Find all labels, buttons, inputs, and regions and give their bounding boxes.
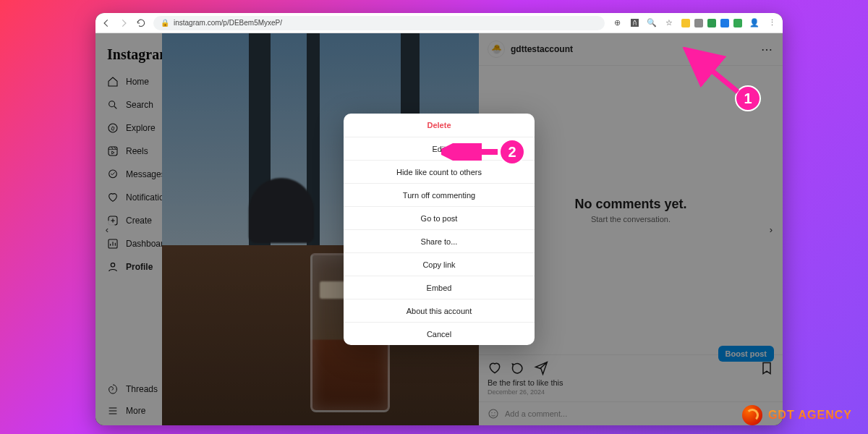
annotation-arrow-2: 2 [441, 139, 542, 165]
menu-item-copy-link[interactable]: Copy link [344, 252, 535, 276]
browser-toolbar: 🔒 instagram.com/p/DEBem5MyxeP/ ⊕ 🅰 🔍 ☆ 👤… [95, 13, 783, 33]
url-text: instagram.com/p/DEBem5MyxeP/ [174, 19, 282, 27]
menu-item-delete[interactable]: Delete [344, 114, 535, 137]
back-icon[interactable] [101, 18, 111, 28]
address-bar[interactable]: 🔒 instagram.com/p/DEBem5MyxeP/ [153, 16, 605, 30]
menu-item-go-to-post[interactable]: Go to post [344, 206, 535, 229]
extension-icon[interactable] [720, 19, 729, 27]
annotation-arrow-1 [680, 47, 748, 98]
menu-item-share-to[interactable]: Share to... [344, 229, 535, 252]
annotation-badge-label: 2 [499, 139, 525, 165]
watermark: GDT AGENCY [742, 405, 852, 425]
menu-item-cancel[interactable]: Cancel [344, 322, 535, 345]
menu-item-about-account[interactable]: About this account [344, 299, 535, 322]
install-icon[interactable]: ⊕ [612, 18, 622, 28]
zoom-icon[interactable]: 🔍 [647, 18, 657, 28]
extension-icon[interactable] [694, 19, 703, 27]
profile-avatar-icon[interactable]: 👤 [749, 18, 760, 28]
extension-icon[interactable] [681, 19, 690, 27]
kebab-icon[interactable]: ⋮ [767, 18, 777, 28]
menu-item-embed[interactable]: Embed [344, 276, 535, 299]
reload-icon[interactable] [136, 18, 146, 28]
star-icon[interactable]: ☆ [664, 18, 674, 28]
page-background: 🔒 instagram.com/p/DEBem5MyxeP/ ⊕ 🅰 🔍 ☆ 👤… [0, 0, 868, 434]
forward-icon[interactable] [119, 18, 129, 28]
watermark-logo-icon [742, 405, 762, 425]
menu-item-turn-off-commenting[interactable]: Turn off commenting [344, 183, 535, 206]
extension-icon[interactable] [733, 19, 742, 27]
watermark-text: GDT AGENCY [768, 409, 852, 422]
lock-icon: 🔒 [161, 19, 169, 27]
extensions-strip [681, 19, 742, 27]
extension-icon[interactable] [707, 19, 716, 27]
translate-icon[interactable]: 🅰 [629, 18, 639, 28]
